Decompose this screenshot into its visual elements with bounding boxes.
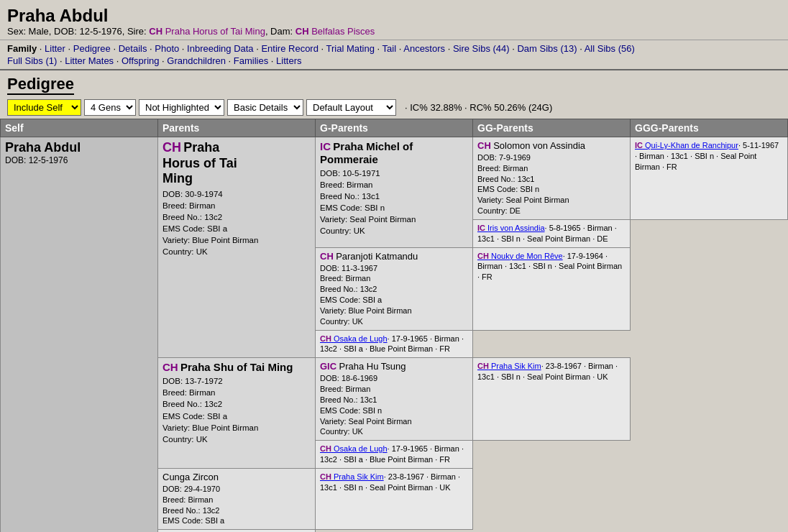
gggparent1-link[interactable]: IC Qui-Ly-Khan de Ranchipur: [635, 141, 738, 150]
nav-offspring[interactable]: Offspring: [122, 55, 160, 66]
nav-ancestors[interactable]: Ancestors: [403, 43, 445, 54]
gggparent7-link[interactable]: CH Praha Sik Kim: [320, 472, 384, 481]
header: Praha Abdul Sex: Male, DOB: 12-5-1976, S…: [0, 0, 788, 40]
nav-sire-sibs[interactable]: Sire Sibs (44): [453, 43, 510, 54]
gggparent5-name: CH Praha Sik Kim· 23-8-1967 · Birman · 1…: [477, 361, 626, 382]
gggparent4-name: CH Osaka de Lugh· 17-9-1965 · Birman · 1…: [320, 334, 468, 355]
sire-name: Praha Horus of Tai Ming: [165, 26, 265, 37]
col-ggparents: GG-Parents: [473, 119, 631, 137]
gggparent7-name: CH Praha Sik Kim· 23-8-1967 · Birman · 1…: [320, 472, 468, 493]
self-name: Praha Abdul: [5, 140, 81, 155]
nav-secondary: Full Sibs (1) · Litter Mates · Offspring…: [7, 55, 781, 66]
ggparent4-cell: Cunga Zircon DOB: 29-4-1970 Breed: Birma…: [158, 468, 316, 529]
col-gparents: G-Parents: [316, 119, 473, 137]
sire-link[interactable]: CH Praha Horus of Tai Ming: [149, 26, 265, 37]
controls-bar: Include Self Exclude Self 3 Gens 4 Gens …: [7, 99, 781, 116]
col-parents: Parents: [158, 119, 316, 137]
gggparent4-link[interactable]: CH Osaka de Lugh: [320, 334, 388, 343]
sire-prefix: CH: [149, 26, 162, 37]
gggparent4-cell: CH Osaka de Lugh· 17-9-1965 · Birman · 1…: [316, 330, 473, 358]
dam-separator: , Dam:: [265, 26, 296, 37]
gparent1-details: DOB: 10-5-1971 Breed: Birman Breed No.: …: [320, 168, 468, 237]
gggparent2-cell: IC Iris von Assindia· 5-8-1965 · Birman …: [473, 219, 631, 247]
ggparent1-name: CH Solomon von Assindia: [477, 140, 626, 152]
parent-cell: CH PrahaHorus of TaiMing DOB: 30-9-1974 …: [158, 137, 316, 358]
pedigree-title: Pedigree: [7, 75, 74, 95]
gggparent3-link[interactable]: CH Nouky de Mon Rêve: [477, 252, 563, 260]
gggparent2-link[interactable]: IC Iris von Assindia: [477, 224, 545, 232]
gggparent3-cell: CH Nouky de Mon Rêve· 17-9-1964 · Birman…: [473, 247, 631, 330]
nav-litter[interactable]: Litter: [45, 43, 65, 54]
ggparent3-cell: GIC Praha Hu Tsung DOB: 18-6-1969 Breed:…: [316, 358, 473, 441]
gggparent2-name: IC Iris von Assindia· 5-8-1965 · Birman …: [477, 223, 626, 244]
header-subtitle: Sex: Male, DOB: 12-5-1976, Sire: CH Prah…: [7, 26, 781, 37]
subtitle-text: Sex: Male, DOB: 12-5-1976, Sire:: [7, 26, 149, 37]
pedigree-section: Pedigree Include Self Exclude Self 3 Gen…: [0, 70, 788, 119]
nav-families[interactable]: Families: [234, 55, 268, 66]
gggparent6-link[interactable]: CH Osaka de Lugh: [320, 444, 388, 453]
nav-photo[interactable]: Photo: [155, 43, 179, 54]
nav-all-sibs[interactable]: All Sibs (56): [585, 43, 635, 54]
nav-litter-mates[interactable]: Litter Mates: [65, 55, 114, 66]
parent-details: DOB: 30-9-1974 Breed: Birman Breed No.: …: [162, 188, 311, 258]
self-cell: Praha Abdul DOB: 12-5-1976: [1, 137, 158, 533]
gggparent3-name: CH Nouky de Mon Rêve· 17-9-1964 · Birman…: [477, 251, 626, 283]
dam-name: Belfalas Pisces: [311, 26, 375, 37]
ggparent1-cell: CH Solomon von Assindia DOB: 7-9-1969 Br…: [473, 137, 631, 220]
layout-select[interactable]: Default Layout Compact Layout: [306, 99, 396, 116]
pedigree-table: Self Parents G-Parents GG-Parents GGG-Pa…: [0, 119, 788, 532]
highlight-select[interactable]: Not Highlighted Highlighted: [139, 99, 224, 116]
nav-entire-record[interactable]: Entire Record: [261, 43, 318, 54]
parent-name: CH PrahaHorus of TaiMing: [162, 140, 311, 187]
ggparent1-details: DOB: 7-9-1969 Breed: Birman Breed No.: 1…: [477, 152, 626, 216]
nav-litters[interactable]: Litters: [276, 55, 301, 66]
ggparent3-name: GIC Praha Hu Tsung: [320, 361, 468, 373]
ggparent2-details: DOB: 11-3-1967 Breed: Birman Breed No.: …: [320, 263, 468, 327]
nav-pedigree[interactable]: Pedigree: [73, 43, 111, 54]
nav-bar: Family · Litter · Pedigree · Details · P…: [0, 40, 788, 70]
gparent2-cell: CH Praha Shu of Tai Ming DOB: 13-7-1972 …: [158, 358, 316, 469]
nav-trial-mating[interactable]: Trial Mating: [326, 43, 375, 54]
details-select[interactable]: Basic Details Full Details No Details: [227, 99, 303, 116]
gggparent5-link[interactable]: CH Praha Sik Kim: [477, 362, 541, 370]
gggparent5-cell: CH Praha Sik Kim· 23-8-1967 · Birman · 1…: [473, 358, 631, 441]
nav-tail[interactable]: Tail: [382, 43, 397, 54]
gens-select[interactable]: 3 Gens 4 Gens 5 Gens: [84, 99, 136, 116]
gggparent7-cell: CH Praha Sik Kim· 23-8-1967 · Birman · 1…: [316, 468, 473, 529]
ggparent2-name: CH Paranjoti Katmandu: [320, 251, 468, 263]
gparent1-name: IC Praha Michel of Pommeraie: [320, 140, 468, 166]
gparent1-cell: IC Praha Michel of Pommeraie DOB: 10-5-1…: [316, 137, 473, 248]
dam-prefix: CH: [296, 26, 309, 37]
dam-link[interactable]: CH Belfalas Pisces: [296, 26, 375, 37]
nav-full-sibs[interactable]: Full Sibs (1): [7, 55, 57, 66]
gggparent6-cell: CH Osaka de Lugh· 17-9-1965 · Birman · 1…: [316, 441, 473, 469]
nav-inbreeding[interactable]: Inbreeding Data: [187, 43, 254, 54]
nav-grandchildren[interactable]: Grandchildren: [167, 55, 226, 66]
nav-family[interactable]: Family: [7, 43, 37, 54]
ggparent4-details: DOB: 29-4-1970 Breed: Birman Breed No.: …: [162, 484, 311, 526]
gggparent1-cell: IC Qui-Ly-Khan de Ranchipur· 5-11-1967 ·…: [631, 137, 788, 220]
nav-details[interactable]: Details: [119, 43, 147, 54]
gggparent1-name: IC Qui-Ly-Khan de Ranchipur· 5-11-1967 ·…: [635, 140, 783, 173]
ggparent2-cell: CH Paranjoti Katmandu DOB: 11-3-1967 Bre…: [316, 247, 473, 330]
gparent2-details: DOB: 13-7-1972 Breed: Birman Breed No.: …: [162, 375, 311, 445]
col-self: Self: [1, 119, 158, 137]
ggparent4-name-display: Cunga Zircon: [162, 472, 311, 484]
col-gggparents: GGG-Parents: [631, 119, 788, 137]
gggparent6-name: CH Osaka de Lugh· 17-9-1965 · Birman · 1…: [320, 444, 468, 465]
ggparent3-details: DOB: 18-6-1969 Breed: Birman Breed No.: …: [320, 373, 468, 437]
parent-prefix: CH: [162, 140, 181, 155]
gparent2-name: CH Praha Shu of Tai Ming: [162, 361, 311, 374]
nav-dam-sibs[interactable]: Dam Sibs (13): [517, 43, 577, 54]
include-self-select[interactable]: Include Self Exclude Self: [7, 99, 81, 116]
ic-stat: · IC% 32.88% · RC% 50.26% (24G): [405, 102, 552, 113]
self-cat-dob: DOB: 12-5-1976: [5, 155, 153, 165]
self-cat-name: Praha Abdul: [5, 140, 153, 155]
page-title: Praha Abdul: [7, 6, 781, 26]
